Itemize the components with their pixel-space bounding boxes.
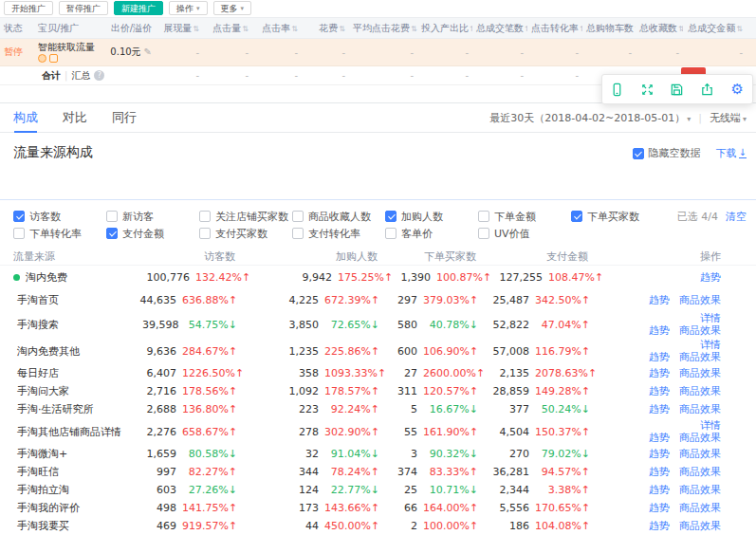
column-header[interactable]: 点击率⇅ (252, 22, 302, 35)
date-range-select[interactable]: 最近30天（2018-04-02~2018-05-01）▾ (489, 111, 691, 125)
column-header: 状态 (0, 22, 34, 35)
terminal-select[interactable]: 无线端▾ (710, 111, 747, 125)
hide-empty-checkbox[interactable]: 隐藏空数据 (633, 146, 701, 160)
metric-change: 91.04%↓ (324, 448, 379, 460)
trend-link[interactable]: 趋势 (649, 385, 670, 397)
sort-icon[interactable]: ⇅ (339, 25, 345, 33)
share-icon[interactable] (699, 81, 716, 98)
metric-change: 342.50%↑ (535, 294, 590, 306)
trend-link[interactable]: 趋势 (649, 367, 670, 379)
column-header[interactable]: 点击量⇅ (203, 22, 252, 35)
metric-checkbox[interactable]: 新访客 (106, 210, 199, 224)
metric-change: 175.25%↑ (338, 271, 393, 284)
detail-link[interactable]: 详情 (700, 312, 721, 324)
metric-checkbox[interactable]: 下单转化率 (13, 227, 106, 241)
metric-label: 加购人数 (401, 210, 443, 224)
detail-link[interactable]: 详情 (700, 339, 721, 351)
metric-checkbox[interactable]: 支付金额 (106, 227, 199, 241)
metric-change: 108.47%↑ (548, 271, 603, 284)
metric-checkbox[interactable]: 加购人数 (385, 210, 478, 224)
trend-link[interactable]: 趋势 (649, 294, 670, 306)
tab-item[interactable]: 对比 (63, 103, 87, 132)
campaign-name-cell[interactable]: 智能获取流量 (34, 42, 101, 63)
product-effect-link[interactable]: 商品效果 (679, 448, 721, 460)
column-header[interactable]: 花费⇅ (302, 22, 349, 35)
trend-link[interactable]: 趋势 (649, 403, 670, 415)
product-effect-link[interactable]: 商品效果 (679, 294, 721, 306)
detail-link[interactable]: 详情 (700, 419, 721, 432)
column-header[interactable]: 点击转化率⇅ (527, 22, 582, 35)
column-header[interactable]: 投入产出比⇅ (417, 22, 472, 35)
trend-link[interactable]: 趋势 (649, 351, 670, 363)
toolbar-button[interactable]: 更多▾ (213, 1, 252, 15)
product-effect-link[interactable]: 商品效果 (679, 502, 721, 514)
product-effect-link[interactable]: 商品效果 (679, 351, 721, 363)
product-effect-link[interactable]: 商品效果 (679, 403, 721, 415)
clear-link[interactable]: 清空 (726, 211, 747, 223)
trend-link[interactable]: 趋势 (649, 466, 670, 478)
product-effect-link[interactable]: 商品效果 (679, 520, 721, 532)
table-row: 手淘其他店铺商品详情2,276658.67%↑278302.90%↑55161.… (0, 418, 756, 445)
mobile-preview-icon[interactable] (609, 81, 626, 98)
column-header[interactable]: 总购物车数⇅ (582, 22, 636, 35)
toolbar-button[interactable]: 操作▾ (169, 1, 208, 15)
edit-icon[interactable]: ✎ (144, 46, 152, 57)
settings-gear-icon[interactable]: ⚙ (728, 81, 746, 98)
trend-link[interactable]: 趋势 (649, 484, 670, 496)
trend-link[interactable]: 趋势 (649, 520, 670, 532)
pay-cell: 2,3443.38%↑ (478, 484, 590, 496)
column-header[interactable]: 平均点击花费⇅ (349, 22, 417, 35)
trend-link[interactable]: 趋势 (700, 271, 721, 284)
trend-link[interactable]: 趋势 (649, 324, 670, 337)
sort-icon[interactable]: ⇅ (736, 25, 743, 33)
toolbar-button[interactable]: 暂停推广 (59, 1, 108, 15)
sort-icon[interactable]: ⇅ (411, 25, 417, 33)
toolbar-button[interactable]: 开始推广 (4, 1, 53, 15)
help-icon[interactable] (94, 70, 104, 81)
tab-item[interactable]: 同行 (112, 103, 137, 132)
product-effect-link[interactable]: 商品效果 (679, 484, 721, 496)
actions-cell: 趋势商品效果 (590, 501, 756, 515)
column-header[interactable]: 总成交金额⇅ (683, 22, 747, 35)
sort-icon[interactable]: ⇅ (242, 25, 249, 33)
campaign-row[interactable]: 暂停智能获取流量0.10元✎----------- (0, 39, 756, 66)
product-effect-link[interactable]: 商品效果 (679, 466, 721, 478)
metric-checkbox[interactable]: 关注店铺买家数 (199, 210, 292, 224)
metric-checkbox[interactable]: 商品收藏人数 (292, 210, 385, 224)
pay-cell: 52,82247.04%↑ (478, 319, 590, 331)
metric-cell: - (349, 47, 417, 58)
trend-link[interactable]: 趋势 (649, 502, 670, 514)
download-button[interactable]: 下载 ↓ (716, 146, 747, 160)
metric-label: 下单金额 (494, 210, 536, 224)
metric-checkbox[interactable]: 下单金额 (478, 210, 571, 224)
toolbar-button[interactable]: 新建推广 (114, 1, 163, 15)
traffic-source-name: 手淘其他店铺商品详情 (0, 425, 142, 439)
buyers-cell: 1,390100.87%↑ (393, 271, 491, 284)
sort-icon[interactable]: ⇅ (193, 25, 199, 33)
metric-change: 16.67%↓ (423, 403, 478, 415)
column-header[interactable]: 展现量⇅ (156, 22, 203, 35)
metric-checkbox[interactable]: 支付转化率 (292, 227, 385, 241)
metric-checkbox[interactable]: 下单买家数 (571, 210, 664, 224)
sort-icon[interactable]: ⇅ (291, 25, 298, 33)
cart-cell: 1,235225.86%↑ (237, 345, 379, 358)
metric-change: 72.65%↓ (324, 319, 379, 331)
fullscreen-icon[interactable] (638, 81, 655, 98)
trend-link[interactable]: 趋势 (649, 448, 670, 460)
product-effect-link[interactable]: 商品效果 (679, 385, 721, 397)
metric-checkbox[interactable]: 客单价 (385, 227, 478, 241)
tab-active[interactable]: 构成 (13, 103, 38, 132)
save-icon[interactable] (669, 81, 686, 98)
product-effect-link[interactable]: 商品效果 (679, 367, 721, 379)
metric-change: 80.58%↓ (182, 448, 237, 460)
product-effect-link[interactable]: 商品效果 (679, 324, 721, 337)
product-effect-link[interactable]: 商品效果 (679, 432, 721, 444)
metric-checkbox[interactable]: UV价值 (478, 227, 571, 241)
metric-checkbox[interactable]: 访客数 (13, 210, 106, 224)
column-header[interactable]: 总收藏数⇅ (636, 22, 683, 35)
metric-checkbox[interactable]: 支付买家数 (199, 227, 292, 241)
column-header[interactable]: 总成交笔数⇅ (472, 22, 527, 35)
trend-link[interactable]: 趋势 (649, 432, 670, 444)
metric-cell: - (203, 47, 252, 58)
actions-cell: 趋势商品效果 (590, 465, 756, 479)
